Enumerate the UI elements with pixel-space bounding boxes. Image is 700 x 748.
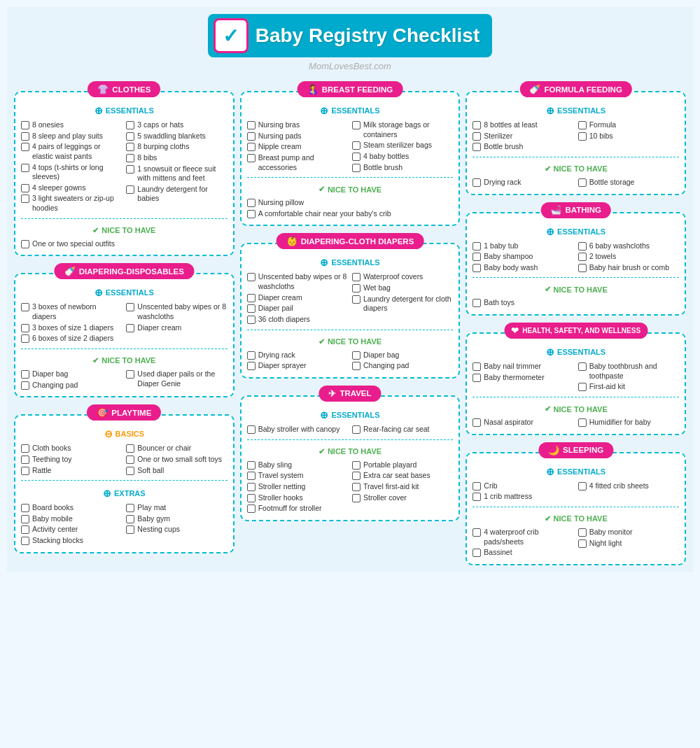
checkbox[interactable] <box>472 242 481 250</box>
checkbox[interactable] <box>126 121 134 129</box>
checkbox[interactable] <box>472 549 481 557</box>
checkbox[interactable] <box>126 456 134 464</box>
checkbox[interactable] <box>352 273 360 281</box>
checkbox[interactable] <box>352 362 360 370</box>
checkbox[interactable] <box>472 482 481 491</box>
checkbox[interactable] <box>247 273 255 281</box>
list-item: 4 sleeper gowns <box>21 183 122 194</box>
checkbox[interactable] <box>247 472 255 480</box>
checkbox[interactable] <box>126 303 134 311</box>
checkbox[interactable] <box>247 143 255 151</box>
checkbox[interactable] <box>247 304 255 313</box>
checkbox[interactable] <box>126 370 134 379</box>
checkbox[interactable] <box>352 472 360 480</box>
checkbox[interactable] <box>126 165 134 174</box>
checkbox[interactable] <box>21 381 29 390</box>
checkbox[interactable] <box>578 362 587 371</box>
checkbox[interactable] <box>472 143 481 151</box>
checkbox[interactable] <box>247 494 255 502</box>
checkbox[interactable] <box>578 121 587 129</box>
checkbox[interactable] <box>352 351 360 360</box>
checkbox[interactable] <box>578 264 587 272</box>
list-item: 8 sleep and play suits <box>21 131 122 142</box>
checkbox[interactable] <box>126 515 134 523</box>
checkbox[interactable] <box>352 425 360 434</box>
checkbox[interactable] <box>578 528 587 537</box>
checkbox[interactable] <box>247 316 255 324</box>
checkbox[interactable] <box>352 461 360 470</box>
checkbox[interactable] <box>472 132 481 141</box>
checkbox[interactable] <box>21 515 29 523</box>
checkbox[interactable] <box>21 143 29 151</box>
checkbox[interactable] <box>126 525 134 534</box>
checkbox[interactable] <box>21 456 29 464</box>
checkbox[interactable] <box>247 199 255 207</box>
checkbox[interactable] <box>352 494 360 502</box>
checkbox[interactable] <box>21 303 29 311</box>
list-item: 4 baby bottles <box>352 151 453 162</box>
checkbox[interactable] <box>21 467 29 475</box>
checkbox[interactable] <box>472 528 481 537</box>
checkbox[interactable] <box>247 461 255 470</box>
checkbox[interactable] <box>352 284 360 292</box>
checkbox[interactable] <box>578 418 587 427</box>
checkbox[interactable] <box>21 132 29 141</box>
checkbox[interactable] <box>472 299 481 307</box>
checkbox[interactable] <box>352 164 360 172</box>
checkbox[interactable] <box>578 482 587 491</box>
checkbox[interactable] <box>126 132 134 141</box>
checkbox[interactable] <box>126 143 134 151</box>
checkbox[interactable] <box>21 525 29 534</box>
checkbox[interactable] <box>352 121 360 129</box>
checkbox[interactable] <box>352 153 360 161</box>
checkbox[interactable] <box>21 324 29 332</box>
checkbox[interactable] <box>21 164 29 172</box>
checkbox[interactable] <box>126 504 134 512</box>
checkbox[interactable] <box>247 351 255 360</box>
checkbox[interactable] <box>247 483 255 491</box>
checkbox[interactable] <box>472 493 481 501</box>
checkbox[interactable] <box>352 295 360 304</box>
checkbox[interactable] <box>472 362 481 371</box>
list-item: One or two small soft toys <box>126 454 227 465</box>
checkbox[interactable] <box>472 121 481 129</box>
checkbox[interactable] <box>352 141 360 150</box>
checkbox[interactable] <box>247 294 255 302</box>
checkbox[interactable] <box>578 132 587 141</box>
checkbox[interactable] <box>472 374 481 382</box>
checkbox[interactable] <box>472 253 481 261</box>
checkbox[interactable] <box>21 444 29 453</box>
checkbox[interactable] <box>126 324 134 332</box>
list-item: Bouncer or chair <box>126 443 227 454</box>
list-item: Board books <box>21 502 122 514</box>
checkbox[interactable] <box>472 264 481 272</box>
checkbox[interactable] <box>126 185 134 194</box>
checkbox[interactable] <box>21 195 29 203</box>
checkbox[interactable] <box>247 210 255 218</box>
checkbox[interactable] <box>247 121 255 129</box>
checkbox[interactable] <box>126 154 134 162</box>
checkbox[interactable] <box>352 483 360 491</box>
checkbox[interactable] <box>578 178 587 187</box>
checkbox[interactable] <box>21 370 29 379</box>
checkbox[interactable] <box>578 242 587 250</box>
checkbox[interactable] <box>21 537 29 545</box>
checkbox[interactable] <box>578 383 587 391</box>
checkbox[interactable] <box>578 253 587 261</box>
checkbox[interactable] <box>247 504 255 513</box>
checkbox[interactable] <box>21 334 29 343</box>
checkbox[interactable] <box>578 539 587 548</box>
travel-ess-right: Rear-facing car seat <box>352 424 453 435</box>
checkbox[interactable] <box>472 418 481 427</box>
checkbox[interactable] <box>21 504 29 512</box>
checkbox[interactable] <box>126 467 134 475</box>
checkbox[interactable] <box>247 362 255 370</box>
checkbox[interactable] <box>247 425 255 434</box>
checkbox[interactable] <box>247 132 255 141</box>
checkbox[interactable] <box>21 240 29 248</box>
checkbox[interactable] <box>21 184 29 192</box>
checkbox[interactable] <box>126 444 134 453</box>
checkbox[interactable] <box>472 178 481 187</box>
checkbox[interactable] <box>21 121 29 129</box>
checkbox[interactable] <box>247 154 255 162</box>
